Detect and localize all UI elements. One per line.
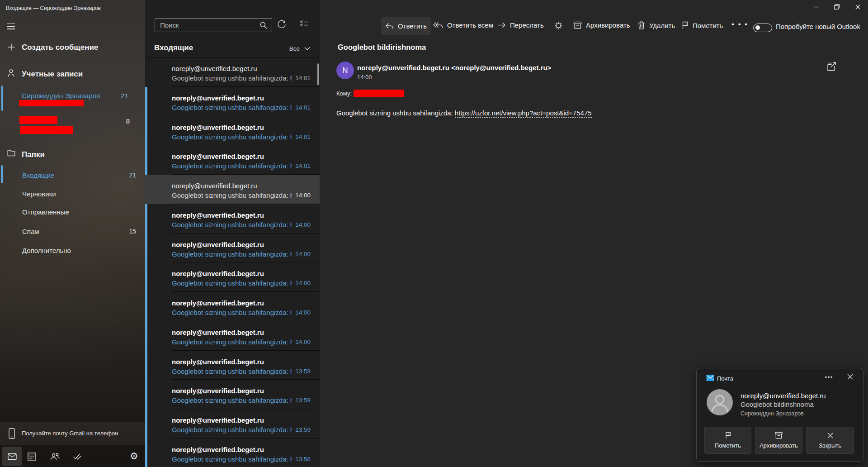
email-time: 13:59 [295,367,311,375]
filter-dropdown[interactable]: Все [289,45,310,52]
list-scrollbar[interactable] [317,63,319,85]
search-icon[interactable] [259,21,268,29]
try-outlook-toggle[interactable] [753,24,772,32]
email-list-item[interactable]: noreply@unverified.beget.ru Googlebot si… [145,87,320,116]
email-subject: Googlebot sizning ushbu sahifangizda: h [172,396,292,404]
sidebar-account-primary[interactable]: Сирожиддин Эрназаров 21 [0,86,145,112]
folder-selected-indicator [1,165,3,183]
email-list-item[interactable]: noreply@unverified.beget.ru Googlebot si… [145,262,320,292]
email-time: 14:00 [295,221,311,229]
account-selected-indicator [1,86,3,111]
toast-archive-label: Архивировать [760,442,798,449]
email-list-item[interactable]: noreply@unverified.beget.ru Googlebot si… [145,234,320,263]
popout-icon [826,61,839,72]
email-sender: noreply@unverified.beget.ru [172,124,264,131]
mail-nav-button[interactable] [2,447,22,466]
email-list-item[interactable]: noreply@unverified.beget.ru Googlebot si… [145,321,320,351]
sidebar-folder-more[interactable]: Дополнительно [0,240,145,259]
email-list-item[interactable]: noreply@unverified.beget.ru Googlebot si… [145,380,320,409]
email-subject: Googlebot sizning ushbu sahifangizda: h [172,191,292,199]
open-in-new-window-button[interactable] [826,59,841,74]
list-folder-title: Входящие [154,43,193,52]
email-subject: Googlebot sizning ushbu sahifangizda: h [172,250,292,258]
calendar-nav-button[interactable] [22,447,42,466]
toast-archive-button[interactable]: Архивировать [755,427,802,454]
email-list-item[interactable]: noreply@unverified.beget.ru Googlebot si… [145,116,320,146]
sidebar: Входящие — Сирожиддин Эрназаров Создать … [0,0,145,467]
person-silhouette-icon [707,389,733,415]
notification-toast[interactable]: Почта ••• noreply@unverified.beget.ru Go… [696,368,863,462]
close-icon [855,5,860,10]
body-link[interactable]: https://uzfor.net/view.php?act=post&id=7… [455,109,592,118]
gmail-banner-label: Получайте почту Gmail на телефон [22,430,118,437]
toast-close-button[interactable] [847,374,853,380]
minimize-button[interactable] [806,0,826,14]
toast-dismiss-button[interactable]: Закрыть [806,427,854,454]
toast-app-name: Почта [717,375,733,382]
accounts-section-header[interactable]: Учетные записи [0,69,145,80]
sidebar-folder-sent[interactable]: Отправленные [0,202,145,220]
delete-button[interactable]: Удалить [637,21,675,29]
email-list-item[interactable]: noreply@unverified.beget.ru Googlebot si… [145,351,320,380]
sidebar-folder-inbox[interactable]: Входящие 21 [0,165,145,184]
email-subject: Googlebot sizning ushbu sahifangizda: h [172,338,292,346]
forward-label: Переслать [510,21,544,29]
email-subject: Googlebot sizning ushbu sahifangizda: h [172,309,292,316]
email-sender: noreply@unverified.beget.ru [172,387,264,395]
chevron-down-icon [304,47,310,51]
forward-button[interactable]: Переслать [497,21,544,29]
email-list-item[interactable]: noreply@unverified.beget.ru Googlebot si… [145,438,320,467]
email-sender: noreply@unverified.beget.ru [172,358,264,366]
gmail-promo-banner[interactable]: Получайте почту Gmail на телефон [0,422,145,445]
settings-nav-button[interactable]: ⚙ [124,447,144,466]
email-list-item[interactable]: noreply@unverified.beget.ru Googlebot si… [145,175,320,204]
close-button[interactable] [847,0,868,14]
select-messages-button[interactable] [299,19,309,29]
people-icon [50,453,60,461]
email-subject: Googlebot sizning ushbu sahifangizda: h [172,426,292,434]
people-nav-button[interactable] [45,447,65,466]
email-list-item[interactable]: noreply@unverified.beget.ru Googlebot si… [145,204,320,234]
reply-button[interactable]: Ответить [381,17,431,35]
tasks-nav-button[interactable] [67,447,86,466]
folder-label: Спам [22,228,39,235]
sender-avatar[interactable]: N [336,62,354,79]
email-list-item[interactable]: noreply@unverified.beget.ru Googlebot si… [145,292,320,321]
email-list: noreply@unverified.beget.ru Googlebot si… [145,57,320,467]
folders-section-header[interactable]: Папки [0,149,145,160]
toast-more-button[interactable]: ••• [825,374,833,381]
toast-dismiss-label: Закрыть [819,442,841,449]
flag-button[interactable]: Пометить [682,21,723,29]
close-icon [847,374,853,380]
email-list-item[interactable]: noreply@unverified.beget.ru Googlebot si… [145,145,320,175]
email-sender: noreply@unverified.beget.ru [172,152,264,160]
mail-app-icon [706,374,714,381]
email-list-item[interactable]: noreply@unverified.beget.ru Googlebot si… [145,57,320,87]
trash-icon [637,21,645,29]
sidebar-folder-spam[interactable]: Спам 15 [0,221,145,240]
more-options-button[interactable]: • • • [731,20,748,29]
hamburger-menu-button[interactable] [5,19,18,32]
email-time: 14:00 [295,279,311,287]
navigation-dock: ⚙ [0,445,145,467]
actions-button[interactable] [553,20,564,31]
sidebar-account-secondary[interactable]: 8 [0,114,145,135]
restore-button[interactable] [826,0,847,14]
email-sender: noreply@unverified.beget.ru [172,446,264,453]
email-time: 14:00 [295,191,311,199]
unread-indicator [145,321,147,351]
redaction-bar [20,126,73,134]
archive-button[interactable]: Архивировать [573,21,630,29]
sidebar-folder-drafts[interactable]: Черновики [0,184,145,202]
search-input[interactable] [155,21,259,29]
toast-flag-button[interactable]: Пометить [704,427,751,454]
compose-button[interactable]: Создать сообщение [0,43,145,54]
message-body: Googlebot sizning ushbu sahifangizda: ht… [336,109,592,117]
email-list-item[interactable]: noreply@unverified.beget.ru Googlebot si… [145,409,320,438]
folder-count: 21 [129,172,136,179]
sync-button[interactable] [276,19,287,30]
search-box [155,18,272,32]
folder-label: Отправленные [22,208,69,216]
minimize-icon [814,5,819,10]
reply-all-button[interactable]: Ответить всем [433,21,493,29]
